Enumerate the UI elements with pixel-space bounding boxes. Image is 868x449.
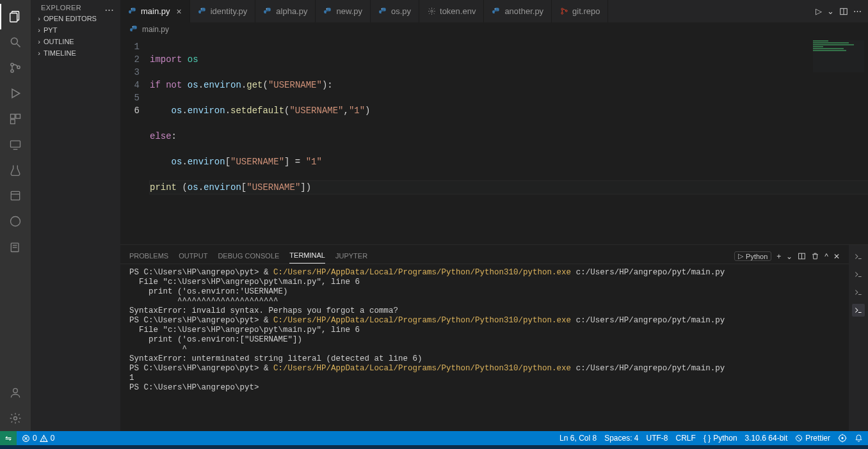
python-file-icon [378,7,387,16]
terminal-body[interactable]: PS C:\Users\HP\angrepo\pyt> & C:/Users/H… [120,264,849,431]
testing-icon[interactable] [0,157,31,183]
split-terminal-icon[interactable] [798,252,806,260]
status-notifications-icon[interactable] [855,434,863,443]
project-icon[interactable] [0,234,31,260]
remote-explorer-icon[interactable] [0,132,31,157]
svg-point-44 [44,440,44,441]
status-problems[interactable]: 0 0 [22,434,54,443]
status-eol[interactable]: CRLF [676,434,696,443]
tab-label: identity.py [211,6,248,16]
settings-gear-icon[interactable] [0,406,31,431]
svg-line-46 [797,436,801,440]
terminal-side-icon[interactable] [852,268,865,281]
bottom-panel: PROBLEMS OUTPUT DEBUG CONSOLE TERMINAL J… [120,244,868,431]
terminal-launch-profile[interactable]: ▷Python [734,251,771,261]
remote-indicator[interactable]: ⇋ [0,431,17,445]
terminal-side-icon[interactable] [852,250,865,263]
status-bar: ⇋ 0 0 Ln 6, Col 8 Spaces: 4 UTF-8 CRLF {… [0,431,868,445]
terminal-side-icon-active[interactable] [852,304,865,317]
svg-rect-9 [16,114,20,119]
editor-tab[interactable]: main.py× [120,0,190,22]
status-spaces[interactable]: Spaces: 4 [604,434,638,443]
chevron-right-icon: › [35,49,44,57]
remote-icon: ⇋ [5,434,12,443]
editor-tab[interactable]: new.py [316,0,370,22]
kill-terminal-icon[interactable] [811,252,819,260]
svg-point-48 [842,437,843,439]
editor-tab[interactable]: alpha.py [255,0,316,22]
code-body[interactable]: import os if not os.environ.get("USERNAM… [147,36,868,244]
svg-rect-8 [11,114,15,119]
github-icon[interactable] [0,209,31,234]
panel-tab-terminal[interactable]: TERMINAL [289,251,325,264]
chevron-right-icon: › [35,38,44,45]
sidebar-section-open-editors[interactable]: ›OPEN EDITORS [31,13,120,24]
python-file-icon [128,7,137,16]
extensions-icon[interactable] [0,106,31,132]
close-panel-icon[interactable]: ✕ [833,252,840,261]
panel-tab-jupyter[interactable]: JUPYTER [335,252,367,264]
tab-label: alpha.py [276,6,307,16]
svg-marker-7 [12,89,20,97]
editor-tabs: main.py×identity.pyalpha.pynew.pyos.pyto… [120,0,868,22]
terminal-icon: ▷ [738,252,743,260]
svg-point-2 [11,38,17,44]
tab-label: git.repo [572,6,600,16]
explorer-icon[interactable] [0,4,31,29]
svg-rect-10 [11,120,15,124]
search-icon[interactable] [0,29,31,55]
split-editor-icon[interactable] [839,7,848,16]
svg-point-27 [495,8,495,9]
editor-tab[interactable]: git.repo [552,0,608,22]
gear-file-icon [427,7,436,16]
run-file-icon[interactable]: ▷ [816,6,822,16]
close-tab-icon[interactable]: × [177,6,182,17]
source-control-icon[interactable] [0,55,31,81]
status-ln-col[interactable]: Ln 6, Col 8 [559,434,597,443]
tab-label: new.py [336,6,362,16]
accounts-icon[interactable] [0,380,31,406]
svg-point-4 [11,63,13,66]
editor-tab[interactable]: another.py [484,0,552,22]
panel-tab-problems[interactable]: PROBLEMS [129,252,168,264]
new-terminal-icon[interactable]: + [776,252,781,261]
breadcrumb-file: main.py [142,25,169,34]
terminal-side-icon[interactable] [852,286,865,299]
status-prettier[interactable]: Prettier [795,434,830,443]
references-icon[interactable] [0,183,31,209]
chevron-down-icon[interactable]: ⌄ [786,252,792,261]
sidebar-section-pyt[interactable]: ›PYT [31,24,120,36]
status-feedback-icon[interactable] [838,434,847,443]
breadcrumb[interactable]: main.py [120,22,868,36]
status-interpreter[interactable]: 3.10.6 64-bit [745,434,788,443]
run-debug-icon[interactable] [0,81,31,106]
maximize-panel-icon[interactable]: ^ [824,252,828,261]
status-encoding[interactable]: UTF-8 [647,434,668,443]
panel-tab-output[interactable]: OUTPUT [179,252,207,264]
editor-tab-actions: ▷ ⌄ ⋯ [816,0,868,22]
git-file-icon [559,7,568,16]
editor-tab[interactable]: os.py [371,0,419,22]
minimap[interactable] [813,40,864,72]
code-editor[interactable]: 1 2 3 4 5 6 import os if not os.environ.… [120,36,868,244]
status-language[interactable]: { } Python [703,434,737,443]
more-actions-icon[interactable]: ⋯ [853,6,862,16]
chevron-right-icon: › [35,26,44,34]
svg-point-29 [561,12,563,14]
python-file-icon [129,25,138,34]
chevron-right-icon: › [35,15,44,22]
svg-rect-13 [11,191,19,200]
chevron-down-icon[interactable]: ⌄ [827,6,834,16]
panel-tab-debug-console[interactable]: DEBUG CONSOLE [218,252,279,264]
sidebar-section-outline[interactable]: ›OUTLINE [31,36,120,47]
line-number-gutter: 1 2 3 4 5 6 [120,36,147,244]
editor-tab[interactable]: token.env [419,0,484,22]
editor-tab[interactable]: identity.py [190,0,256,22]
activity-bar [0,0,31,431]
sidebar-more-icon[interactable]: ... [104,5,114,10]
tab-label: main.py [141,6,170,16]
svg-point-28 [561,8,563,10]
svg-rect-11 [11,141,20,147]
sidebar-section-timeline[interactable]: ›TIMELINE [31,47,120,59]
svg-point-22 [200,8,201,9]
